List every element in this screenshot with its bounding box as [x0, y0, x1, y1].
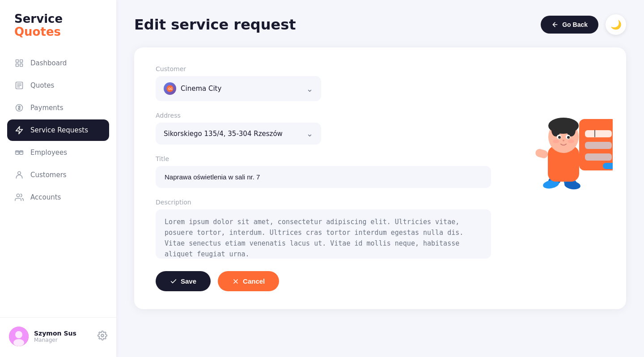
- svg-point-21: [564, 177, 577, 188]
- svg-text:CC: CC: [168, 87, 173, 90]
- svg-rect-0: [16, 60, 19, 63]
- form-content: Customer CC Cinema City ⌄: [156, 65, 496, 291]
- moon-icon: 🌙: [610, 19, 622, 30]
- svg-rect-10: [16, 152, 19, 153]
- nav-list: Dashboard Quotes Payments: [0, 49, 116, 317]
- title-group: Title: [156, 155, 496, 188]
- svg-point-42: [563, 140, 564, 141]
- svg-rect-1: [20, 60, 23, 63]
- svg-point-32: [548, 121, 579, 153]
- svg-point-35: [567, 124, 576, 136]
- sidebar-item-quotes[interactable]: Quotes: [7, 75, 109, 96]
- svg-rect-29: [585, 142, 612, 149]
- logo-quotes: Quotes: [14, 26, 102, 38]
- svg-point-39: [567, 136, 570, 139]
- form-card: Customer CC Cinema City ⌄: [134, 47, 626, 309]
- svg-rect-3: [20, 64, 23, 67]
- svg-rect-25: [534, 148, 549, 159]
- sidebar-item-employees[interactable]: Employees: [7, 142, 109, 163]
- svg-point-23: [564, 180, 581, 191]
- check-icon: [170, 278, 177, 285]
- theme-toggle-button[interactable]: 🌙: [606, 14, 626, 35]
- address-label: Address: [156, 112, 496, 119]
- sidebar: Service Quotes Dashboard: [0, 0, 116, 357]
- main-content: Edit service request Go Back 🌙 Customer: [116, 0, 644, 357]
- svg-rect-31: [603, 163, 613, 169]
- sidebar-item-service-requests-label: Service Requests: [30, 126, 88, 134]
- description-group: Description: [156, 199, 496, 260]
- accounts-icon: [14, 192, 24, 202]
- cancel-button[interactable]: Cancel: [218, 271, 279, 291]
- svg-point-40: [553, 140, 559, 143]
- svg-rect-24: [548, 146, 579, 182]
- description-label: Description: [156, 199, 496, 206]
- address-group: Address Sikorskiego 135/4, 35-304 Rzeszó…: [156, 112, 496, 144]
- svg-point-22: [542, 179, 560, 190]
- svg-rect-30: [585, 153, 612, 161]
- svg-point-36: [557, 135, 561, 139]
- sidebar-item-service-requests[interactable]: Service Requests: [7, 119, 109, 141]
- page-title: Edit service request: [134, 16, 296, 33]
- form-actions: Save Cancel: [156, 271, 496, 291]
- sidebar-item-employees-label: Employees: [30, 149, 67, 157]
- customer-select[interactable]: CC Cinema City ⌄: [156, 76, 321, 101]
- sidebar-item-dashboard[interactable]: Dashboard: [7, 52, 109, 74]
- sidebar-footer: Szymon Sus Manager: [0, 317, 116, 357]
- sidebar-item-accounts[interactable]: Accounts: [7, 187, 109, 208]
- user-role: Manager: [34, 337, 92, 343]
- sidebar-item-accounts-label: Accounts: [30, 193, 61, 201]
- title-label: Title: [156, 155, 496, 162]
- svg-rect-27: [579, 119, 613, 170]
- svg-point-33: [548, 118, 579, 134]
- main-header: Edit service request Go Back 🌙: [134, 14, 626, 35]
- employees-icon: [14, 148, 24, 157]
- address-value: Sikorskiego 135/4, 35-304 Rzeszów: [164, 130, 283, 138]
- service-requests-icon: [14, 125, 24, 135]
- avatar: [9, 327, 29, 346]
- go-back-button[interactable]: Go Back: [541, 16, 598, 34]
- svg-point-15: [15, 331, 22, 338]
- sidebar-item-quotes-label: Quotes: [30, 81, 54, 89]
- logo: Service Quotes: [0, 0, 116, 49]
- address-select[interactable]: Sikorskiego 135/4, 35-304 Rzeszów ⌄: [156, 123, 321, 144]
- customer-label: Customer: [156, 65, 496, 72]
- svg-point-41: [568, 140, 574, 143]
- svg-point-20: [547, 175, 561, 187]
- save-button[interactable]: Save: [156, 271, 211, 291]
- customers-icon: [14, 170, 24, 180]
- sidebar-item-payments[interactable]: Payments: [7, 97, 109, 119]
- chevron-down-icon: ⌄: [306, 84, 313, 94]
- payments-icon: [14, 103, 24, 113]
- settings-icon[interactable]: [97, 331, 107, 343]
- x-icon: [232, 278, 239, 285]
- arrow-left-icon: [551, 21, 559, 28]
- chevron-down-address-icon: ⌄: [306, 129, 313, 138]
- quotes-icon: [14, 81, 24, 90]
- sidebar-item-customers[interactable]: Customers: [7, 164, 109, 186]
- svg-point-34: [551, 124, 560, 136]
- svg-rect-26: [579, 145, 593, 156]
- svg-point-13: [17, 194, 20, 197]
- svg-rect-2: [16, 64, 19, 67]
- logo-service: Service: [14, 13, 102, 26]
- svg-rect-28: [585, 130, 612, 137]
- svg-point-38: [558, 136, 561, 139]
- svg-point-17: [101, 334, 104, 337]
- customer-value: Cinema City: [181, 85, 221, 93]
- sidebar-item-payments-label: Payments: [30, 104, 63, 112]
- description-textarea[interactable]: [156, 209, 491, 259]
- dashboard-icon: [14, 58, 24, 68]
- svg-rect-12: [20, 152, 23, 153]
- sidebar-item-dashboard-label: Dashboard: [30, 59, 67, 67]
- sidebar-item-customers-label: Customers: [30, 171, 67, 179]
- svg-point-37: [566, 135, 570, 139]
- svg-point-16: [13, 339, 24, 346]
- customer-group: Customer CC Cinema City ⌄: [156, 65, 496, 101]
- user-info: Szymon Sus Manager: [34, 330, 92, 343]
- header-right: Go Back 🌙: [541, 14, 626, 35]
- customer-avatar: CC: [164, 82, 176, 95]
- title-input[interactable]: [156, 166, 491, 188]
- user-name: Szymon Sus: [34, 330, 92, 337]
- illustration: [514, 61, 613, 195]
